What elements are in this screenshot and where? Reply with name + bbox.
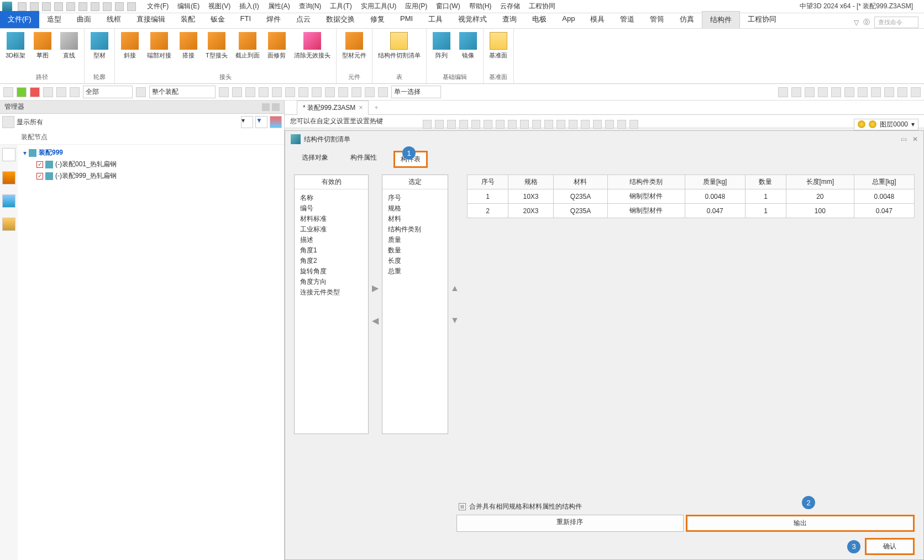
close-tab-icon[interactable]: × bbox=[359, 104, 363, 112]
ribbon-item[interactable]: 清除无效接头 bbox=[292, 31, 333, 72]
tool-icon[interactable] bbox=[272, 87, 282, 97]
qat-icon[interactable] bbox=[103, 2, 112, 11]
ribbon-tab[interactable]: 文件(F) bbox=[0, 11, 39, 28]
vp-icon[interactable] bbox=[581, 120, 590, 129]
filter-combo-1[interactable]: 全部 bbox=[83, 86, 133, 98]
ribbon-tab[interactable]: 管筒 bbox=[642, 11, 672, 28]
qat-icon[interactable] bbox=[42, 2, 51, 11]
qat-icon[interactable] bbox=[66, 2, 75, 11]
menu-item[interactable]: 工程协同 bbox=[526, 1, 559, 12]
ribbon-item[interactable]: 型材元件 bbox=[340, 31, 369, 72]
dialog-tab[interactable]: 选择对象 bbox=[296, 151, 334, 168]
menu-item[interactable]: 编辑(E) bbox=[174, 1, 203, 12]
table-row[interactable]: 220X3Q235A钢制型材件0.04711000.047 bbox=[468, 204, 915, 218]
vp-icon[interactable] bbox=[629, 120, 638, 129]
tool-icon[interactable] bbox=[858, 87, 868, 97]
tool-icon[interactable] bbox=[3, 87, 13, 97]
ribbon-item[interactable]: 截止到面 bbox=[233, 31, 262, 72]
dialog-restore-icon[interactable]: ▭ bbox=[901, 135, 907, 143]
tool-icon[interactable] bbox=[871, 87, 881, 97]
ribbon-tab[interactable]: 直接编辑 bbox=[129, 11, 173, 28]
tree-mode-icon[interactable] bbox=[2, 116, 14, 128]
export-button[interactable]: 输出 bbox=[686, 515, 915, 532]
list-item[interactable]: 编号 bbox=[300, 203, 363, 214]
menu-item[interactable]: 查询(N) bbox=[296, 1, 325, 12]
vp-icon[interactable] bbox=[605, 120, 614, 129]
tool-icon[interactable] bbox=[17, 87, 27, 97]
tool-icon[interactable] bbox=[365, 87, 375, 97]
ribbon-tab[interactable]: 曲面 bbox=[69, 11, 99, 28]
ribbon-tab[interactable]: 线框 bbox=[99, 11, 129, 28]
vp-icon[interactable] bbox=[435, 120, 444, 129]
vp-icon[interactable] bbox=[544, 120, 553, 129]
ribbon-tab[interactable]: 查询 bbox=[495, 11, 524, 28]
ribbon-collapse-icon[interactable]: ▽ bbox=[854, 19, 859, 27]
tree-tool-icon[interactable] bbox=[2, 218, 15, 231]
list-item[interactable]: 数量 bbox=[388, 245, 442, 256]
ok-button[interactable]: 确认 bbox=[865, 538, 915, 555]
tool-icon[interactable] bbox=[30, 87, 40, 97]
expand-all-icon[interactable]: ▾ bbox=[241, 116, 253, 128]
list-item[interactable]: 长度 bbox=[388, 256, 442, 266]
list-item[interactable]: 角度2 bbox=[300, 256, 363, 266]
menu-item[interactable]: 属性(A) bbox=[265, 1, 293, 12]
tree-tool-icon[interactable] bbox=[2, 148, 15, 161]
vp-icon[interactable] bbox=[569, 120, 578, 129]
tool-icon[interactable] bbox=[285, 87, 295, 97]
filter-combo-3[interactable]: 单一选择 bbox=[391, 86, 441, 98]
vp-icon[interactable] bbox=[520, 120, 529, 129]
panel-close-icon[interactable] bbox=[272, 103, 280, 111]
ribbon-item[interactable]: T型接头 bbox=[203, 31, 230, 72]
qat-icon[interactable] bbox=[54, 2, 63, 11]
document-tab[interactable]: * 装配999.Z3ASM × bbox=[297, 101, 369, 115]
vp-icon[interactable] bbox=[556, 120, 565, 129]
menu-item[interactable]: 窗口(W) bbox=[433, 1, 463, 12]
vp-icon[interactable] bbox=[423, 120, 432, 129]
panel-float-icon[interactable] bbox=[262, 103, 270, 111]
move-up-icon[interactable]: ▲ bbox=[450, 283, 459, 293]
move-right-icon[interactable]: ▶ bbox=[372, 283, 379, 293]
ribbon-tab[interactable]: FTI bbox=[233, 11, 259, 28]
menu-item[interactable]: 帮助(H) bbox=[466, 1, 495, 12]
vp-icon[interactable] bbox=[532, 120, 541, 129]
tool-icon[interactable] bbox=[378, 87, 388, 97]
tool-icon[interactable] bbox=[136, 87, 146, 97]
ribbon-item[interactable]: 3D框架 bbox=[3, 31, 28, 72]
tool-icon[interactable] bbox=[805, 87, 815, 97]
display-filter-combo[interactable]: 显示所有 bbox=[17, 118, 239, 127]
qat-icon[interactable] bbox=[127, 2, 136, 11]
tree-child-node[interactable]: (-)装配001_热轧扁钢 bbox=[21, 159, 281, 170]
list-item[interactable]: 工业标准 bbox=[300, 224, 363, 235]
list-item[interactable]: 角度1 bbox=[300, 245, 363, 256]
ribbon-tab[interactable]: 模具 bbox=[582, 11, 612, 28]
ribbon-item[interactable]: 直线 bbox=[57, 31, 81, 72]
list-item[interactable]: 名称 bbox=[300, 193, 363, 203]
qat-icon[interactable] bbox=[30, 2, 39, 11]
qat-icon[interactable] bbox=[78, 2, 87, 11]
tool-icon[interactable] bbox=[232, 87, 242, 97]
tool-icon[interactable] bbox=[338, 87, 348, 97]
tool-icon[interactable] bbox=[70, 87, 80, 97]
list-item[interactable]: 序号 bbox=[388, 193, 442, 203]
tool-icon[interactable] bbox=[897, 87, 907, 97]
dialog-tab[interactable]: 构件属性 bbox=[345, 151, 382, 168]
menu-item[interactable]: 文件(F) bbox=[144, 1, 172, 12]
ribbon-tab[interactable]: 钣金 bbox=[203, 11, 233, 28]
layer-selector[interactable]: 图层0000 ▾ bbox=[854, 119, 918, 130]
ribbon-tab[interactable]: 数据交换 bbox=[318, 11, 363, 28]
menu-item[interactable]: 云存储 bbox=[497, 1, 523, 12]
effective-list[interactable]: 名称编号材料标准工业标准描述角度1角度2旋转角度角度方向连接元件类型 bbox=[295, 189, 368, 434]
list-item[interactable]: 质量 bbox=[388, 235, 442, 245]
ribbon-tab[interactable]: 装配 bbox=[173, 11, 203, 28]
list-item[interactable]: 材料 bbox=[388, 214, 442, 224]
tool-icon[interactable] bbox=[884, 87, 894, 97]
tool-icon[interactable] bbox=[818, 87, 828, 97]
merge-checkbox[interactable] bbox=[459, 503, 466, 510]
tool-icon[interactable] bbox=[312, 87, 322, 97]
qat-icon[interactable] bbox=[91, 2, 99, 11]
ribbon-tab[interactable]: 结构件 bbox=[702, 11, 740, 28]
menu-item[interactable]: 应用(P) bbox=[402, 1, 431, 12]
tool-icon[interactable] bbox=[791, 87, 801, 97]
move-left-icon[interactable]: ◀ bbox=[372, 315, 379, 326]
tool-icon[interactable] bbox=[844, 87, 854, 97]
